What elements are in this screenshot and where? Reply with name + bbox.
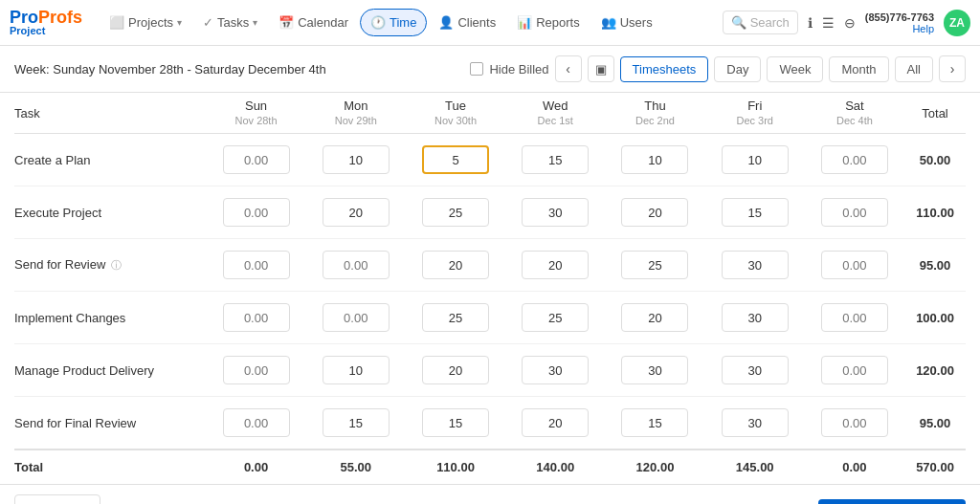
- nav-projects[interactable]: ⬜ Projects ▾: [100, 10, 191, 35]
- time-input[interactable]: [422, 145, 489, 174]
- time-input[interactable]: [621, 303, 688, 332]
- time-input[interactable]: [223, 303, 290, 332]
- week-view-button[interactable]: Week: [767, 56, 823, 82]
- time-input[interactable]: [223, 145, 290, 174]
- nav-calendar[interactable]: 📅 Calendar: [269, 10, 358, 35]
- help-link[interactable]: Help: [865, 23, 934, 34]
- total-day-value: 120.00: [605, 449, 704, 480]
- time-input[interactable]: [522, 303, 589, 332]
- calendar-picker-button[interactable]: ▣: [588, 55, 614, 82]
- time-input[interactable]: [821, 356, 888, 384]
- time-input[interactable]: [323, 303, 390, 332]
- nav-clients[interactable]: 👤 Clients: [429, 10, 505, 35]
- time-input[interactable]: [722, 145, 789, 174]
- time-input[interactable]: [722, 356, 789, 384]
- time-input[interactable]: [323, 408, 390, 437]
- nav-users-label: Users: [620, 15, 653, 30]
- week-label: Week: Sunday November 28th - Saturday De…: [14, 62, 326, 77]
- time-input[interactable]: [223, 251, 290, 279]
- nav-tasks[interactable]: ✓ Tasks ▾: [193, 10, 267, 35]
- time-input[interactable]: [522, 356, 589, 384]
- time-input[interactable]: [621, 198, 688, 227]
- time-input[interactable]: [722, 303, 789, 332]
- col-tue-header: TueNov 30th: [406, 93, 505, 134]
- total-day-value: 140.00: [505, 449, 605, 480]
- time-cell: [406, 134, 505, 186]
- time-input[interactable]: [821, 251, 888, 279]
- task-name-cell: Implement Changes: [14, 292, 206, 344]
- prev-week-button[interactable]: ‹: [555, 55, 582, 82]
- time-input[interactable]: [422, 251, 489, 279]
- time-input[interactable]: [422, 303, 489, 332]
- time-input[interactable]: [621, 145, 688, 174]
- nav-time[interactable]: 🕐 Time: [360, 9, 427, 36]
- reports-icon: 📊: [517, 15, 532, 30]
- time-cell: [505, 292, 605, 344]
- table-row: Send for Final Review95.00: [14, 397, 966, 450]
- time-cell: [406, 344, 505, 397]
- main-nav: ⬜ Projects ▾ ✓ Tasks ▾ 📅 Calendar 🕐 Time…: [100, 9, 723, 36]
- info-icon: ⓘ: [108, 259, 122, 271]
- time-input[interactable]: [522, 408, 589, 437]
- next-week-button[interactable]: ›: [939, 55, 966, 82]
- nav-clients-label: Clients: [457, 15, 496, 30]
- nav-time-label: Time: [390, 15, 416, 30]
- time-input[interactable]: [722, 251, 789, 279]
- time-input[interactable]: [223, 356, 290, 384]
- time-input[interactable]: [422, 198, 489, 227]
- search-box[interactable]: 🔍 Search: [723, 11, 798, 34]
- task-name-cell: Send for Final Review: [14, 397, 206, 450]
- row-total: 95.00: [904, 397, 966, 450]
- time-input[interactable]: [821, 408, 888, 437]
- time-input[interactable]: [621, 356, 688, 384]
- time-input[interactable]: [223, 408, 290, 437]
- time-input[interactable]: [821, 303, 888, 332]
- day-view-button[interactable]: Day: [714, 56, 761, 82]
- nav-calendar-label: Calendar: [298, 15, 348, 30]
- info-icon[interactable]: ℹ: [808, 15, 813, 31]
- col-fri-header: FriDec 3rd: [705, 93, 805, 134]
- grand-total: 570.00: [904, 449, 966, 480]
- time-icon: 🕐: [370, 15, 386, 30]
- timesheets-view-button[interactable]: Timesheets: [620, 56, 709, 82]
- time-input[interactable]: [223, 198, 290, 227]
- time-input[interactable]: [323, 356, 390, 384]
- time-input[interactable]: [821, 198, 888, 227]
- nav-users[interactable]: 👥 Users: [591, 10, 662, 35]
- time-input[interactable]: [522, 251, 589, 279]
- time-input[interactable]: [621, 408, 688, 437]
- search-placeholder: Search: [750, 15, 790, 30]
- time-input[interactable]: [422, 356, 489, 384]
- time-cell: [206, 397, 305, 450]
- row-total: 110.00: [904, 186, 966, 239]
- avatar[interactable]: ZA: [944, 10, 970, 36]
- time-input[interactable]: [323, 251, 390, 279]
- nav-reports[interactable]: 📊 Reports: [507, 10, 590, 35]
- tasks-chevron: ▾: [253, 17, 257, 28]
- table-header-row: Task SunNov 28th MonNov 29th TueNov 30th…: [14, 93, 966, 134]
- time-input[interactable]: [422, 408, 489, 437]
- total-day-value: 110.00: [406, 449, 505, 480]
- totals-row: Total0.0055.00110.00140.00120.00145.000.…: [14, 449, 966, 480]
- time-cell: [805, 292, 904, 344]
- nav-projects-label: Projects: [128, 15, 173, 30]
- time-input[interactable]: [621, 251, 688, 279]
- menu-icon[interactable]: ☰: [822, 15, 835, 31]
- all-view-button[interactable]: All: [895, 56, 933, 82]
- time-input[interactable]: [722, 408, 789, 437]
- hide-billed-checkbox[interactable]: [470, 62, 483, 76]
- time-cell: [505, 397, 605, 450]
- time-input[interactable]: [722, 198, 789, 227]
- col-mon-header: MonNov 29th: [306, 93, 406, 134]
- month-view-button[interactable]: Month: [829, 56, 888, 82]
- time-cell: [805, 134, 904, 186]
- save-timesheet-button[interactable]: Save Timesheet: [818, 499, 966, 504]
- time-input[interactable]: [323, 198, 390, 227]
- time-input[interactable]: [821, 145, 888, 174]
- time-input[interactable]: [522, 145, 589, 174]
- reset-timesheet-button[interactable]: ResetTimesheet: [14, 494, 100, 504]
- time-input[interactable]: [323, 145, 390, 174]
- time-input[interactable]: [522, 198, 589, 227]
- minus-icon[interactable]: ⊖: [844, 15, 856, 31]
- time-cell: [605, 186, 704, 239]
